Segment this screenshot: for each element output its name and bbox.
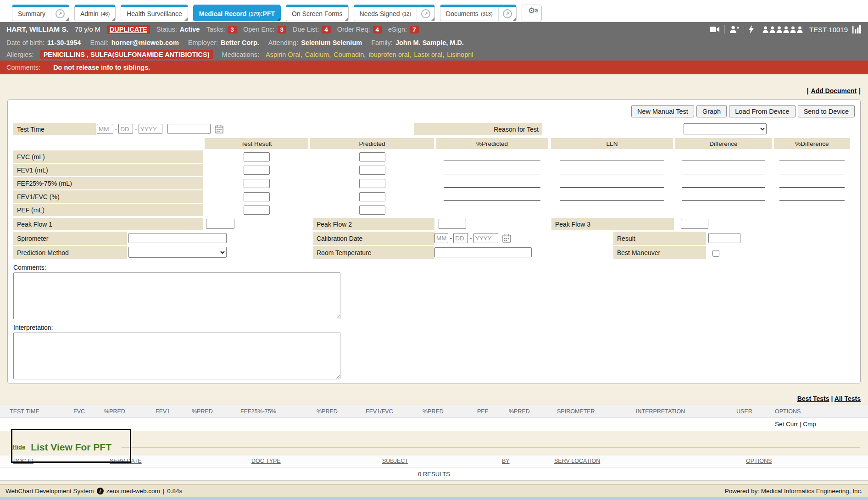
- add-user-icon[interactable]: [729, 26, 739, 33]
- calibration-year-input[interactable]: [473, 233, 498, 243]
- duplicate-badge[interactable]: DUPLICATE: [107, 25, 150, 34]
- medication-link[interactable]: Calcium: [305, 51, 329, 58]
- fev1-fvc-predicted-input[interactable]: [359, 192, 385, 201]
- calibration-day-input[interactable]: [453, 233, 468, 243]
- fev1-predicted-input[interactable]: [359, 166, 385, 175]
- allergies-badge[interactable]: PENICILLINS , SULFA(SULFONAMIDE ANTIBIOT…: [40, 50, 213, 59]
- test-time-time-input[interactable]: [167, 124, 211, 134]
- prediction-method-label: Prediction Method: [13, 246, 127, 259]
- document-table-header-row: DOC ID SERV DATE DOC TYPE SUBJECT BY SER…: [0, 456, 868, 467]
- calendar-icon[interactable]: [502, 234, 511, 243]
- col-serv-date[interactable]: SERV DATE: [110, 458, 142, 464]
- needs-signed-popout-button[interactable]: ↗: [417, 7, 434, 21]
- pef-test-result-input[interactable]: [244, 206, 270, 215]
- add-document-link[interactable]: Add Document: [811, 87, 857, 94]
- esign-count-badge[interactable]: 7: [410, 26, 419, 33]
- patient-demographics-row: Date of birth: 11-30-1954 Email: horner@…: [0, 37, 868, 49]
- col-doc-options[interactable]: OPTIONS: [746, 458, 772, 464]
- result-input[interactable]: [708, 233, 740, 243]
- footer: WebChart Development System i zeus.med-w…: [0, 484, 868, 497]
- fev1-fvc-difference-value: [682, 192, 765, 201]
- medication-link[interactable]: Lasix oral: [414, 51, 442, 58]
- video-camera-icon[interactable]: [710, 26, 720, 33]
- spirometer-input[interactable]: [128, 233, 227, 243]
- col-subject[interactable]: SUBJECT: [382, 458, 408, 464]
- column-header: Difference: [675, 138, 772, 149]
- hide-list-view-link[interactable]: Hide: [12, 444, 25, 450]
- test-time-year-input[interactable]: [139, 124, 162, 134]
- reason-for-test-select[interactable]: [684, 123, 767, 134]
- fef-row: FEF25%-75% (mL): [13, 177, 855, 189]
- tab-count: (12): [402, 11, 412, 17]
- cmp-link[interactable]: Cmp: [803, 421, 816, 428]
- bar-chart-icon[interactable]: [852, 25, 862, 33]
- fev1-difference-value: [682, 166, 765, 174]
- peak-flow-1-input[interactable]: [206, 219, 234, 229]
- order-req-count-badge[interactable]: 4: [373, 26, 382, 33]
- active-users-icons[interactable]: [762, 26, 803, 33]
- graph-button[interactable]: Graph: [696, 105, 727, 117]
- due-list-count-badge[interactable]: 4: [322, 26, 331, 33]
- best-maneuver-checkbox[interactable]: [712, 250, 719, 257]
- calibration-month-input[interactable]: [434, 233, 448, 243]
- fef-test-result-input[interactable]: [244, 179, 270, 188]
- dob-label: Date of birth:: [6, 39, 45, 46]
- medication-link[interactable]: Coumadin: [334, 51, 364, 58]
- info-icon[interactable]: i: [97, 488, 104, 494]
- test-time-label: Test Time: [13, 123, 96, 135]
- medication-link[interactable]: Lisinopril: [447, 51, 473, 58]
- tab-needs-signed[interactable]: Needs Signed (12) ↗: [354, 5, 435, 21]
- best-tests-link[interactable]: Best Tests: [797, 395, 829, 402]
- tab-admin[interactable]: Admin (46): [74, 5, 116, 21]
- all-tests-link[interactable]: All Tests: [835, 395, 861, 402]
- col-doc-id[interactable]: DOC ID: [13, 458, 33, 464]
- test-time-day-input[interactable]: [118, 124, 133, 134]
- col-serv-location[interactable]: SERV LOCATION: [554, 458, 600, 464]
- pft-toolbar: New Manual Test Graph Load From Device S…: [13, 105, 855, 117]
- lightning-bolt-icon[interactable]: [749, 25, 754, 33]
- fvc-test-result-input[interactable]: [244, 152, 270, 161]
- room-temperature-input[interactable]: [434, 247, 532, 257]
- pef-predicted-input[interactable]: [359, 206, 385, 215]
- attending-label: Attending:: [268, 39, 298, 46]
- col-by[interactable]: BY: [502, 458, 510, 464]
- settings-gear-button[interactable]: ⚙ ⚙: [522, 5, 542, 22]
- send-to-device-button[interactable]: Send to Device: [798, 105, 855, 117]
- test-time-month-input[interactable]: [97, 124, 113, 134]
- tasks-count-badge[interactable]: 3: [228, 26, 237, 33]
- load-from-device-button[interactable]: Load From Device: [729, 105, 795, 117]
- peak-flow-1-label: Peak Flow 1: [13, 218, 203, 230]
- fev1-fvc-row: FEV1/FVC (%): [13, 190, 855, 203]
- fef-predicted-input[interactable]: [359, 179, 385, 188]
- interpretation-textarea[interactable]: [13, 333, 340, 379]
- tab-health-surveillance[interactable]: Health Surveillance: [121, 5, 188, 21]
- fef-percent-predicted-value: [444, 179, 540, 188]
- col-doc-type[interactable]: DOC TYPE: [251, 458, 281, 464]
- popout-icon: ↗: [503, 9, 512, 18]
- fev1-row: FEV1 (mL): [13, 164, 855, 176]
- fvc-predicted-input[interactable]: [359, 152, 385, 161]
- fev1-test-result-input[interactable]: [244, 166, 270, 175]
- summary-popout-button[interactable]: ↗: [51, 7, 69, 21]
- tab-medical-record[interactable]: Medical Record (179) :PFT: [193, 5, 281, 21]
- spirometer-label: Spirometer: [13, 232, 127, 245]
- fev1-fvc-test-result-input[interactable]: [244, 192, 270, 201]
- form-comments-textarea[interactable]: [13, 272, 340, 319]
- status-label: Status:: [156, 26, 177, 33]
- medication-link[interactable]: Aspirin Oral: [266, 51, 300, 58]
- calendar-icon[interactable]: [215, 125, 223, 133]
- peak-flow-2-input[interactable]: [439, 219, 466, 229]
- peak-flow-3-input[interactable]: [681, 219, 708, 229]
- open-enc-count-badge[interactable]: 3: [278, 26, 287, 33]
- allergies-medications-row: Allergies: PENICILLINS , SULFA(SULFONAMI…: [0, 49, 868, 61]
- tab-on-screen-forms[interactable]: On Screen Forms: [286, 5, 348, 21]
- tab-documents[interactable]: Documents (313) ↗: [440, 5, 517, 21]
- fef-difference-value: [682, 179, 765, 188]
- documents-popout-button[interactable]: ↗: [498, 7, 516, 21]
- prediction-method-select[interactable]: [128, 247, 227, 258]
- email-value[interactable]: horner@mieweb.com: [111, 39, 179, 46]
- medication-link[interactable]: ibuprofen oral: [368, 51, 409, 58]
- set-curr-link[interactable]: Set Curr: [775, 421, 798, 428]
- new-manual-test-button[interactable]: New Manual Test: [631, 105, 694, 117]
- tab-summary[interactable]: Summary ↗: [12, 5, 69, 21]
